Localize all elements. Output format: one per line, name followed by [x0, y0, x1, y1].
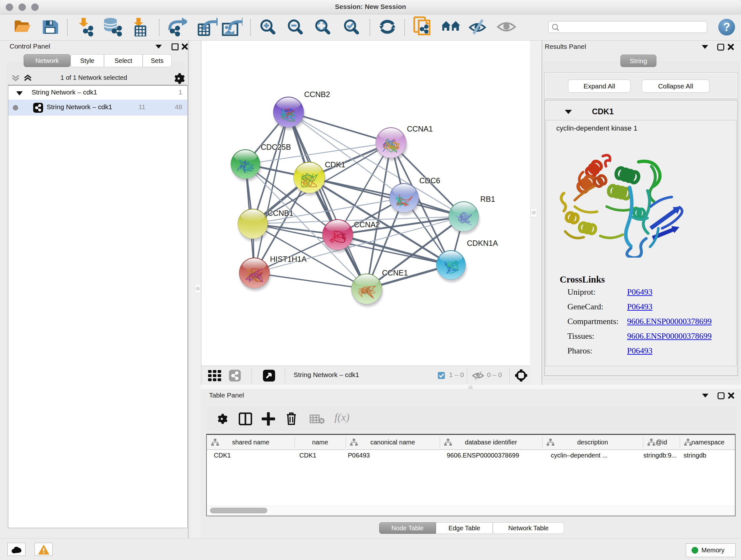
svg-text:RB1: RB1 [480, 195, 495, 203]
svg-text:HIST1H1A: HIST1H1A [270, 255, 307, 263]
svg-text:CDC6: CDC6 [419, 176, 440, 185]
svg-text:CCNA1: CCNA1 [407, 125, 433, 133]
svg-text:?: ? [723, 20, 730, 34]
svg-text:CCNA2: CCNA2 [354, 220, 380, 229]
svg-text:CCNB1: CCNB1 [267, 209, 293, 217]
svg-text:CDK1: CDK1 [325, 160, 345, 169]
svg-text:CCNE1: CCNE1 [382, 268, 408, 277]
svg-text:CCNB2: CCNB2 [304, 90, 330, 99]
svg-text:CDC25B: CDC25B [261, 143, 291, 151]
svg-text:CDKN1A: CDKN1A [467, 239, 498, 247]
